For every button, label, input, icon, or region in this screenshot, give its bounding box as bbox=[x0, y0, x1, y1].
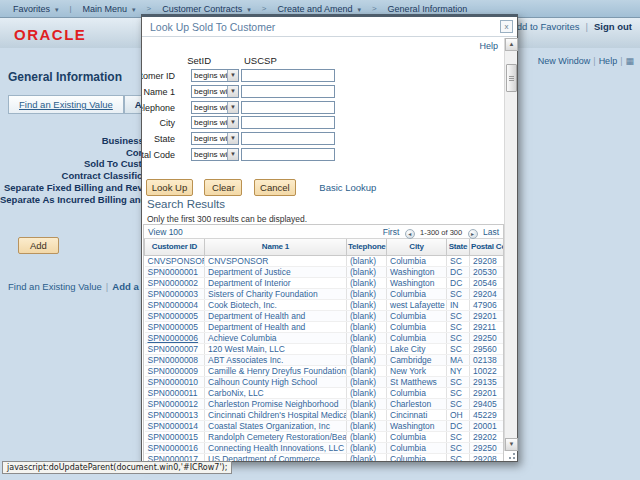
operator-select-customer-id[interactable]: begins with▼ bbox=[191, 69, 239, 82]
criteria-row-name-1: Name 1begins with▼ bbox=[142, 85, 504, 101]
clear-button[interactable]: Clear bbox=[204, 179, 242, 196]
cell: Columbia bbox=[387, 431, 447, 442]
column-header-name-1[interactable]: Name 1 bbox=[205, 239, 347, 255]
table-row[interactable]: SPN0000002Department of Interior(blank)W… bbox=[145, 277, 505, 288]
customer-id-link[interactable]: SPN0000013 bbox=[145, 409, 205, 420]
column-header-postal-code[interactable]: Postal Code bbox=[470, 239, 505, 255]
scrollbar-thumb[interactable] bbox=[506, 64, 517, 92]
table-row[interactable]: SPN0000003Sisters of Charity Foundation(… bbox=[145, 288, 505, 299]
cell: NY bbox=[447, 365, 470, 376]
sign-out-link[interactable]: Sign out bbox=[594, 21, 632, 32]
breadcrumb-item-customer-contracts[interactable]: Customer Contracts ▾ bbox=[155, 4, 258, 14]
column-header-telephone[interactable]: Telephone bbox=[347, 239, 387, 255]
criteria-input-telephone[interactable] bbox=[241, 101, 335, 114]
criteria-input-city[interactable] bbox=[241, 116, 335, 129]
cell: Connecting Health Innovations, LLC bbox=[205, 442, 347, 453]
dropdown-arrow-icon: ▾ bbox=[355, 6, 360, 13]
new-window-link[interactable]: New Window bbox=[538, 56, 591, 66]
setid-value: USCSP bbox=[244, 55, 277, 66]
column-header-customer-id[interactable]: Customer ID bbox=[145, 239, 205, 255]
customer-id-link[interactable]: SPN0000002 bbox=[145, 277, 205, 288]
customer-id-link[interactable]: SPN0000001 bbox=[145, 266, 205, 277]
table-row[interactable]: SPN0000010Calhoun County High School(bla… bbox=[145, 376, 505, 387]
modal-scrollbar[interactable]: ▲ ▼ bbox=[504, 38, 517, 451]
table-row[interactable]: SPN0000005Department of Health and(blank… bbox=[145, 310, 505, 321]
breadcrumb-item-favorites[interactable]: Favorites ▾ bbox=[6, 4, 65, 14]
look-up-button[interactable]: Look Up bbox=[146, 179, 193, 196]
customer-id-link[interactable]: SPN0000003 bbox=[145, 288, 205, 299]
breadcrumb-item-general-information[interactable]: General Information bbox=[381, 4, 475, 14]
customer-id-link[interactable]: SPN0000012 bbox=[145, 398, 205, 409]
table-row[interactable]: SPN0000013Cincinnati Children's Hospital… bbox=[145, 409, 505, 420]
table-row[interactable]: SPN0000009Camille & Henry Dreyfus Founda… bbox=[145, 365, 505, 376]
basic-lookup-link[interactable]: Basic Lookup bbox=[319, 182, 376, 193]
table-row[interactable]: SPN0000005Department of Health and(blank… bbox=[145, 321, 505, 332]
divider: | bbox=[102, 281, 112, 292]
customer-id-link[interactable]: SPN0000006 bbox=[145, 332, 205, 343]
column-header-city[interactable]: City bbox=[387, 239, 447, 255]
cancel-button[interactable]: Cancel bbox=[254, 179, 296, 196]
personalize-page-icon[interactable]: ▦ bbox=[625, 56, 634, 66]
breadcrumb-item-main-menu[interactable]: Main Menu ▾ bbox=[76, 4, 143, 14]
close-icon[interactable]: x bbox=[500, 20, 513, 33]
first-link[interactable]: First bbox=[383, 227, 400, 237]
customer-id-link[interactable]: SPN0000007 bbox=[145, 343, 205, 354]
view-100-link[interactable]: View 100 bbox=[148, 227, 183, 237]
table-row[interactable]: SPN0000004Cook Biotech, Inc.(blank)west … bbox=[145, 299, 505, 310]
column-header-state[interactable]: State bbox=[447, 239, 470, 255]
previous-page-icon[interactable]: ◂ bbox=[405, 229, 415, 239]
operator-select-name-1[interactable]: begins with▼ bbox=[191, 85, 239, 98]
customer-id-link[interactable]: SPN0000005 bbox=[145, 310, 205, 321]
customer-id-link[interactable]: SPN0000010 bbox=[145, 376, 205, 387]
modal-help-link[interactable]: Help bbox=[479, 41, 498, 51]
customer-id-link[interactable]: SPN0000005 bbox=[145, 321, 205, 332]
resize-grip-icon[interactable] bbox=[506, 450, 516, 460]
chevron-down-icon: ▼ bbox=[227, 117, 238, 128]
modal-titlebar[interactable]: Look Up Sold To Customer x bbox=[142, 17, 517, 37]
table-row[interactable]: SPN0000014Coastal States Organization, I… bbox=[145, 420, 505, 431]
customer-id-link[interactable]: SPN0000017 bbox=[145, 453, 205, 461]
cell: 47906 bbox=[470, 299, 505, 310]
add-to-favorites-link[interactable]: Add to Favorites bbox=[510, 21, 579, 32]
criteria-input-name-1[interactable] bbox=[241, 85, 335, 98]
table-row[interactable]: SPN0000011CarboNix, LLC(blank)ColumbiaSC… bbox=[145, 387, 505, 398]
customer-id-link[interactable]: SPN0000009 bbox=[145, 365, 205, 376]
cell: (blank) bbox=[347, 310, 387, 321]
criteria-input-customer-id[interactable] bbox=[241, 69, 335, 82]
footer-link-find-an-existing-value[interactable]: Find an Existing Value bbox=[8, 281, 102, 292]
operator-select-postal-code[interactable]: begins with▼ bbox=[191, 148, 239, 161]
add-button[interactable]: Add bbox=[18, 237, 59, 254]
customer-id-link[interactable]: SPN0000015 bbox=[145, 431, 205, 442]
breadcrumb-item-create-and-amend[interactable]: Create and Amend ▾ bbox=[270, 4, 368, 14]
criteria-input-state[interactable] bbox=[241, 132, 335, 145]
table-row[interactable]: CNVSPONSORCNVSPONSOR(blank)ColumbiaSC292… bbox=[145, 255, 505, 266]
next-page-icon[interactable]: ▸ bbox=[468, 229, 478, 239]
cell: Columbia bbox=[387, 387, 447, 398]
table-row[interactable]: SPN0000016Connecting Health Innovations,… bbox=[145, 442, 505, 453]
table-row[interactable]: SPN0000007120 West Main, LLC(blank)Lake … bbox=[145, 343, 505, 354]
cell: (blank) bbox=[347, 387, 387, 398]
operator-select-state[interactable]: begins with▼ bbox=[191, 132, 239, 145]
tab-find-an-existing-value[interactable]: Find an Existing Value bbox=[8, 95, 124, 114]
customer-id-link[interactable]: SPN0000014 bbox=[145, 420, 205, 431]
table-row[interactable]: SPN0000012Charleston Promise Neighborhoo… bbox=[145, 398, 505, 409]
operator-select-telephone[interactable]: begins with▼ bbox=[191, 101, 239, 114]
customer-id-link[interactable]: SPN0000004 bbox=[145, 299, 205, 310]
help-link[interactable]: Help bbox=[599, 56, 618, 66]
scroll-up-icon[interactable]: ▲ bbox=[505, 38, 518, 51]
customer-id-link[interactable]: SPN0000008 bbox=[145, 354, 205, 365]
table-row[interactable]: SPN0000015Randolph Cemetery Restoration/… bbox=[145, 431, 505, 442]
table-row[interactable]: SPN0000006Achieve Columbia(blank)Columbi… bbox=[145, 332, 505, 343]
customer-id-link[interactable]: SPN0000011 bbox=[145, 387, 205, 398]
last-link[interactable]: Last bbox=[483, 227, 499, 237]
table-row[interactable]: SPN0000001Department of Justice(blank)Wa… bbox=[145, 266, 505, 277]
customer-id-link[interactable]: CNVSPONSOR bbox=[145, 255, 205, 266]
customer-id-link[interactable]: SPN0000016 bbox=[145, 442, 205, 453]
table-row[interactable]: SPN0000008ABT Associates Inc.(blank)Camb… bbox=[145, 354, 505, 365]
table-row[interactable]: SPN0000017US Department of Commerce(blan… bbox=[145, 453, 505, 461]
dropdown-arrow-icon: ▾ bbox=[245, 6, 250, 13]
operator-select-city[interactable]: begins with▼ bbox=[191, 116, 239, 129]
criteria-input-postal-code[interactable] bbox=[241, 148, 335, 161]
cell: (blank) bbox=[347, 409, 387, 420]
cell: Cincinnati bbox=[387, 409, 447, 420]
